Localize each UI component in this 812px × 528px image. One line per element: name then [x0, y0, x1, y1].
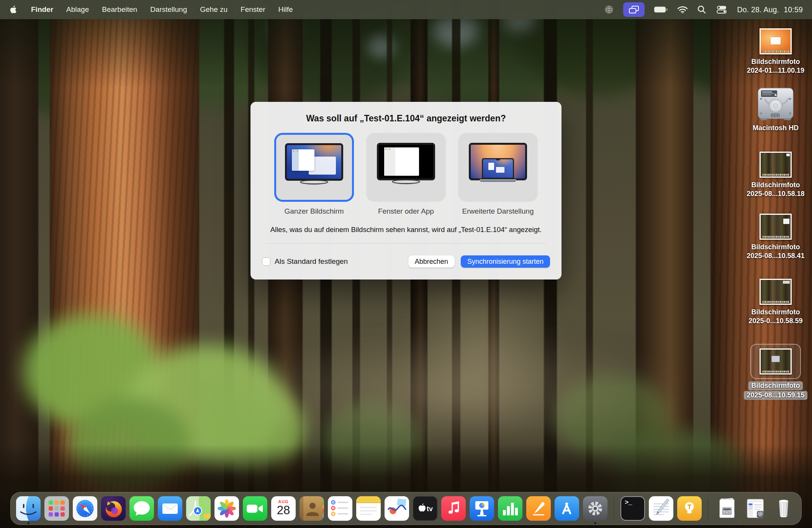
clock-date: Do. 28. Aug. [737, 5, 779, 14]
dock: AUG 28 [10, 492, 802, 525]
dock-reminders-icon[interactable] [328, 496, 352, 521]
option-label: Erweiterte Darstellung [462, 207, 534, 216]
menu-item-darstellung[interactable]: Darstellung [150, 5, 187, 14]
dock-terminal-icon[interactable]: >_ [620, 496, 645, 521]
menu-item-ablage[interactable]: Ablage [66, 5, 89, 14]
dock-safari-icon[interactable] [73, 496, 97, 521]
dock-apple-tv-icon[interactable]: tv [413, 496, 437, 521]
extended-display-option-tile[interactable] [458, 133, 538, 202]
dock-trash-icon[interactable] [771, 496, 796, 521]
selection-highlight [750, 344, 801, 379]
battery-status-icon[interactable] [654, 5, 668, 15]
dock-firefox-icon[interactable] [101, 496, 126, 521]
option-label: Fenster oder App [378, 207, 434, 216]
checkbox-label: Als Standard festlegen [275, 257, 348, 266]
window-option-tile[interactable] [366, 133, 446, 202]
screenshot-thumbnail-icon [760, 28, 792, 54]
dialog-description: Alles, was du auf deinem Bildschirm sehe… [266, 226, 546, 234]
menu-item-fenster[interactable]: Fenster [241, 5, 265, 14]
dock-tips-icon[interactable] [677, 496, 702, 521]
dock-music-icon[interactable] [441, 496, 466, 521]
set-as-default-checkbox[interactable] [262, 257, 270, 266]
desktop-icon-screenshot-105859[interactable]: Bildschirmfoto2025-0...10.58.59 [739, 279, 812, 325]
fullscreen-option-tile[interactable] [274, 133, 354, 202]
menu-app-name[interactable]: Finder [31, 5, 53, 14]
monitor-icon [285, 143, 343, 181]
display-mirroring-dialog: Was soll auf „Test-01.E.104“ angezeigt w… [250, 102, 562, 280]
screenshot-thumbnail-icon [760, 214, 792, 240]
dialog-title: Was soll auf „Test-01.E.104“ angezeigt w… [250, 113, 562, 124]
apple-menu-icon[interactable] [9, 5, 18, 15]
option-erweiterte-darstellung[interactable]: Erweiterte Darstellung [458, 133, 538, 216]
screenshot-thumbnail-icon [760, 279, 792, 305]
desktop-icon-screenshot-2024[interactable]: Bildschirmfoto2024-01...11.00.19 [739, 28, 812, 75]
hard-drive-icon [756, 87, 795, 123]
dock-maps-icon[interactable] [186, 496, 211, 521]
option-ganzer-bildschirm[interactable]: Ganzer Bildschirm [274, 133, 354, 216]
dock-system-settings-icon[interactable] [583, 496, 607, 521]
globe-status-icon[interactable] [604, 5, 614, 15]
dock-app-store-icon[interactable] [555, 496, 579, 521]
menu-item-gehezu[interactable]: Gehe zu [200, 5, 228, 14]
dock-facetime-icon[interactable] [243, 496, 267, 521]
desktop-icon-macintosh-hd[interactable]: Macintosh HD [739, 87, 812, 132]
dock-keynote-icon[interactable] [470, 496, 494, 521]
option-fenster-oder-app[interactable]: Fenster oder App [366, 133, 446, 216]
screenshot-thumbnail-icon [760, 348, 792, 374]
desktop-icon-screenshot-105915-selected[interactable]: Bildschirmfoto 2025-08...10.59.15 [739, 344, 812, 400]
monitor-icon [377, 143, 435, 180]
menu-item-bearbeiten[interactable]: Bearbeiten [102, 5, 137, 14]
macos-desktop: { "menubar": { "app_menu": "Finder", "it… [0, 0, 812, 528]
dock-finder-icon[interactable] [16, 496, 41, 521]
desktop-icon-screenshot-105841[interactable]: Bildschirmfoto2025-08...10.58.41 [739, 214, 812, 260]
cancel-button[interactable]: Abbrechen [408, 255, 455, 268]
dock-numbers-icon[interactable] [498, 496, 522, 521]
dock-documents-stack-icon[interactable] [715, 496, 739, 521]
dialog-footer: Als Standard festlegen Abbrechen Synchro… [262, 244, 550, 280]
dock-calendar-icon[interactable]: AUG 28 [271, 496, 296, 521]
wifi-status-icon[interactable] [677, 5, 688, 14]
laptop-icon [480, 158, 516, 182]
mirroring-options: Ganzer Bildschirm Fenster oder App [250, 133, 562, 216]
screen-mirroring-status-button[interactable] [623, 2, 645, 17]
dock-notes-icon[interactable] [356, 496, 381, 521]
menubar-clock[interactable]: Do. 28. Aug. 10:59 [737, 5, 803, 14]
dock-mail-icon[interactable] [158, 496, 182, 521]
dock-freeform-icon[interactable] [385, 496, 409, 521]
running-indicator [594, 522, 596, 524]
dock-separator [708, 497, 709, 520]
dock-contacts-icon[interactable] [300, 496, 324, 521]
menu-item-hilfe[interactable]: Hilfe [278, 5, 293, 14]
option-label: Ganzer Bildschirm [284, 207, 344, 216]
clock-time: 10:59 [784, 5, 803, 14]
spotlight-search-icon[interactable] [697, 5, 706, 14]
dock-messages-icon[interactable] [129, 496, 154, 521]
dock-textedit-icon[interactable] [649, 496, 673, 521]
monitor-stand [300, 180, 328, 185]
dock-pages-icon[interactable] [526, 496, 551, 521]
dock-separator [614, 497, 614, 520]
dock-photos-icon[interactable] [214, 496, 239, 521]
desktop-icon-screenshot-105818[interactable]: Bildschirmfoto2025-08...10.58.18 [739, 152, 812, 198]
control-center-icon[interactable] [715, 5, 728, 14]
menu-bar: Finder Ablage Bearbeiten Darstellung Geh… [0, 0, 812, 19]
monitor-stand [392, 179, 420, 184]
dock-launchpad-icon[interactable] [44, 496, 69, 521]
svg-text:tv: tv [427, 505, 433, 513]
dock-settings-window-file-icon[interactable] [743, 496, 768, 521]
running-indicator [28, 522, 29, 524]
screenshot-thumbnail-icon [760, 152, 792, 178]
start-mirroring-button[interactable]: Synchronisierung starten [461, 255, 550, 268]
